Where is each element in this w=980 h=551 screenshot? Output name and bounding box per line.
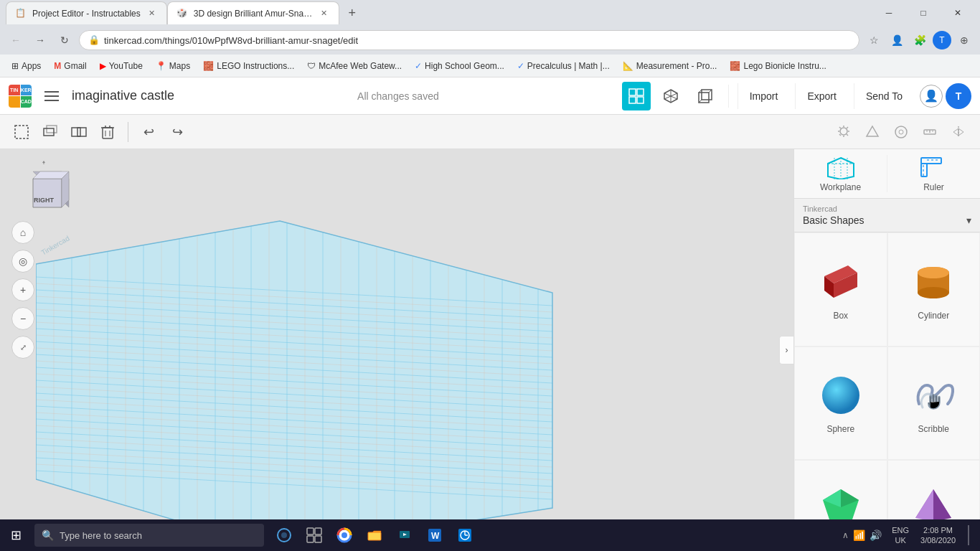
ruler-label: Ruler xyxy=(923,182,944,192)
svg-rect-2 xyxy=(44,100,59,101)
light-tool-button[interactable] xyxy=(831,119,857,145)
show-desktop-button[interactable] xyxy=(963,519,974,551)
language-indicator[interactable]: ENG UK xyxy=(887,525,913,546)
shape-scribble[interactable]: Scribble xyxy=(887,347,981,461)
back-button[interactable]: ← xyxy=(6,30,26,50)
bookmark-youtube[interactable]: ▶ YouTube xyxy=(94,60,149,72)
taskbar: ⊞ 🔍 Type here to search W ∧ 📶 xyxy=(0,519,980,551)
bookmarks-bar: ⊞ Apps M Gmail ▶ YouTube 📍 Maps 🧱 LEGO I… xyxy=(0,55,980,77)
svg-line-34 xyxy=(847,127,848,128)
zoom-out-button[interactable]: − xyxy=(11,307,34,330)
3d-view-button[interactable] xyxy=(656,82,685,110)
task-view-icon[interactable] xyxy=(300,519,329,551)
workplane-button[interactable]: Workplane xyxy=(794,149,887,198)
ruler-tool-button[interactable] xyxy=(917,119,943,145)
circle-tool-button[interactable] xyxy=(888,119,914,145)
mirror-tool-button[interactable] xyxy=(946,119,971,145)
maximize-button[interactable]: □ xyxy=(907,0,940,26)
bookmark-bionicle[interactable]: 🧱 Lego Bionicle Instru... xyxy=(724,60,831,72)
move-button[interactable] xyxy=(37,119,63,145)
tinkercad-logo[interactable]: TIN KER CAD xyxy=(9,85,32,108)
volume-icon[interactable]: 🔊 xyxy=(870,529,882,541)
category-arrow[interactable]: ▾ xyxy=(966,215,971,226)
shape-tool-button[interactable] xyxy=(859,119,885,145)
tab-2-close[interactable]: ✕ xyxy=(319,8,330,19)
shape-cylinder[interactable]: Cylinder xyxy=(887,232,981,347)
bookmark-apps[interactable]: ⊞ Apps xyxy=(6,60,47,72)
send-to-button[interactable]: Send To xyxy=(854,83,914,109)
explorer-taskbar-icon[interactable] xyxy=(360,519,389,551)
group-button[interactable] xyxy=(66,119,92,145)
bookmark-lego[interactable]: 🧱 LEGO Instructions... xyxy=(197,60,300,72)
category-row[interactable]: Basic Shapes ▾ xyxy=(803,215,971,226)
cortana-icon[interactable] xyxy=(270,519,298,551)
ruler-button[interactable]: Ruler xyxy=(887,149,980,198)
cylinder-label: Cylinder xyxy=(918,311,949,321)
add-user-button[interactable]: 👤 xyxy=(920,85,943,108)
start-button[interactable]: ⊞ xyxy=(0,519,32,551)
svg-rect-148 xyxy=(307,536,314,542)
delete-button[interactable] xyxy=(95,119,121,145)
search-bar[interactable]: 🔍 Type here to search xyxy=(34,524,264,547)
undo-button[interactable]: ↩ xyxy=(136,119,161,145)
bookmark-measure[interactable]: 📐 Measurement - Pro... xyxy=(617,60,723,72)
extension-icon-3[interactable]: ⊕ xyxy=(954,30,974,50)
svg-point-145 xyxy=(281,532,287,538)
zoom-in-button[interactable]: + xyxy=(11,278,34,301)
measure-icon: 📐 xyxy=(623,61,633,71)
minimize-button[interactable]: ─ xyxy=(872,0,905,26)
shape-sphere[interactable]: Sphere xyxy=(794,347,887,461)
word-taskbar-icon[interactable]: W xyxy=(420,519,449,551)
youtube-icon: ▶ xyxy=(100,61,106,71)
svg-rect-16 xyxy=(15,126,28,138)
bookmark-icon[interactable]: ☆ xyxy=(864,30,884,50)
new-shape-button[interactable] xyxy=(9,119,34,145)
svg-rect-6 xyxy=(637,97,644,103)
box-view-button[interactable] xyxy=(691,82,720,110)
grid-view-button[interactable] xyxy=(622,82,651,110)
svg-point-38 xyxy=(899,130,903,134)
project-name[interactable]: imaginative castle xyxy=(72,88,174,103)
address-input[interactable]: 🔒 tinkercad.com/things/010wPpfW8vd-brill… xyxy=(79,30,859,50)
workplane-label: Workplane xyxy=(820,182,861,192)
shape-box[interactable]: Box xyxy=(794,232,887,347)
geom-label: High School Geom... xyxy=(425,61,504,71)
menu-button[interactable] xyxy=(40,85,63,108)
svg-marker-36 xyxy=(867,126,878,136)
import-button[interactable]: Import xyxy=(738,83,790,109)
apps-icon: ⊞ xyxy=(11,61,19,71)
fit-view-button[interactable]: ⤢ xyxy=(11,336,34,359)
system-clock[interactable]: 2:08 PM 3/08/2020 xyxy=(916,525,960,546)
forward-button[interactable]: → xyxy=(30,30,50,50)
export-button[interactable]: Export xyxy=(795,83,847,109)
chrome-taskbar-icon[interactable] xyxy=(330,519,359,551)
extension-icon-2[interactable]: 🧩 xyxy=(910,30,930,50)
bookmark-precalc[interactable]: ✓ Precalculus | Math |... xyxy=(512,60,616,72)
orbit-button[interactable]: ◎ xyxy=(11,250,34,273)
profile-icon[interactable]: T xyxy=(933,31,951,50)
network-icon[interactable]: 📶 xyxy=(853,529,865,541)
close-button[interactable]: ✕ xyxy=(941,0,974,26)
tab-1-close[interactable]: ✕ xyxy=(146,8,158,19)
media-taskbar-icon[interactable] xyxy=(390,519,419,551)
bookmark-maps[interactable]: 📍 Maps xyxy=(150,60,196,72)
bookmark-gmail[interactable]: M Gmail xyxy=(48,60,92,72)
app-container: TIN KER CAD imaginative castle All chang… xyxy=(0,77,980,551)
refresh-button[interactable]: ↻ xyxy=(55,30,75,50)
canvas-area[interactable]: RIGHT ⌂ ◎ + − ⤢ xyxy=(0,149,793,551)
bookmark-mcafee[interactable]: 🛡 McAfee Web Gatew... xyxy=(301,60,407,72)
tab-2[interactable]: 🎲 3D design Brilliant Amur-Snaget ✕ xyxy=(167,1,339,24)
home-view-button[interactable]: ⌂ xyxy=(11,221,34,244)
outlook-taskbar-icon[interactable] xyxy=(451,519,479,551)
extension-icon-1[interactable]: 👤 xyxy=(887,30,907,50)
address-text: tinkercad.com/things/010wPpfW8vd-brillia… xyxy=(104,35,850,46)
expand-tray-icon[interactable]: ∧ xyxy=(842,530,849,540)
panel-collapse-button[interactable]: › xyxy=(779,336,793,364)
profile-avatar[interactable]: T xyxy=(946,83,971,109)
tab-1[interactable]: 📋 Project Editor - Instructables ✕ xyxy=(6,1,167,24)
bookmark-geom[interactable]: ✓ High School Geom... xyxy=(409,60,510,72)
toolbar-right xyxy=(831,119,971,145)
workplane-ruler-section: Workplane xyxy=(794,149,980,199)
new-tab-button[interactable]: + xyxy=(342,3,362,23)
redo-button[interactable]: ↪ xyxy=(164,119,190,145)
